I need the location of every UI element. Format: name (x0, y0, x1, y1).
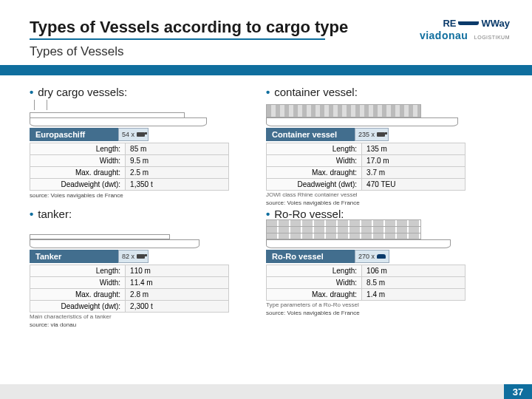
spec-val: 2.8 m (126, 289, 229, 301)
roro-count-text: 270 x (358, 253, 375, 260)
container-illustration (266, 101, 495, 126)
table-row: Deadweight (dwt):1,350 t (30, 179, 229, 191)
spec-val: 17.0 m (362, 155, 466, 167)
logistikum-logo: LOGISTIKUM (474, 35, 510, 40)
spec-val: 135 m (362, 143, 466, 155)
table-row: Length:85 m (30, 143, 229, 155)
spec-key: Max. draught: (267, 167, 362, 179)
bullet-icon: • (30, 208, 33, 220)
page-number: 37 (504, 384, 532, 399)
brand-row: viadonau LOGISTIKUM (420, 29, 510, 42)
heading-container: •container vessel: (266, 86, 495, 98)
spec-val: 11.4 m (126, 277, 229, 289)
truck-icon (137, 254, 145, 259)
dry-bar-label: Europaschiff (35, 130, 85, 139)
tanker-caption: Main characteristics of a tanker (30, 313, 259, 320)
container-count-text: 235 x (358, 131, 375, 138)
table-row: Max. draught:3.7 m (267, 167, 466, 179)
table-row: Width:8.5 m (267, 277, 466, 289)
mast-icon (47, 100, 47, 110)
container-bar: Container vessel 235 x (266, 128, 458, 141)
spec-key: Length: (267, 143, 362, 155)
truck-icon (137, 132, 145, 137)
tanker-bar: Tanker 82 x (30, 250, 222, 263)
tanker-illustration (30, 223, 259, 248)
spec-val: 470 TEU (362, 179, 466, 191)
table-row: Length:135 m (267, 143, 466, 155)
title-underline (30, 38, 325, 40)
table-row: Max. draught:2.8 m (30, 289, 229, 301)
heading-text: Ro-Ro vessel: (274, 208, 344, 220)
spec-key: Length: (267, 265, 362, 277)
spec-key: Width: (267, 277, 362, 289)
container-bar-label: Container vessel (272, 130, 337, 139)
spec-val: 85 m (126, 143, 229, 155)
roro-illustration (266, 223, 495, 248)
roro-source: source: Voies navigables de France (266, 310, 495, 316)
heading-text: tanker: (38, 208, 72, 220)
spec-val: 106 m (362, 265, 466, 277)
table-row: Length:110 m (30, 265, 229, 277)
table-row: Max. draught:2.5 m (30, 167, 229, 179)
bullet-icon: • (266, 86, 270, 98)
roro-specs-table: Length:106 m Width:8.5 m Max. draught:1.… (266, 265, 466, 301)
tanker-bar-label: Tanker (35, 252, 61, 261)
content-grid: •dry cargo vessels: Europaschiff 54 x Le… (0, 75, 532, 330)
car-icon (377, 254, 386, 259)
ship-icon (458, 21, 479, 25)
footer-bar (0, 384, 532, 399)
heading-text: dry cargo vessels: (38, 86, 127, 98)
heading-roro: •Ro-Ro vessel: (266, 208, 495, 220)
bullet-icon: • (30, 86, 33, 98)
bullet-icon: • (266, 208, 270, 220)
dry-specs-table: Length:85 m Width:9.5 m Max. draught:2.5… (30, 143, 229, 191)
rewway-logo: RE WWay (420, 18, 510, 29)
spec-key: Deadweight (dwt): (267, 179, 362, 191)
container-count-badge: 235 x (355, 128, 389, 141)
spec-val: 110 m (126, 265, 229, 277)
spec-key: Deadweight (dwt): (30, 179, 126, 191)
heading-text: container vessel: (274, 86, 358, 98)
quad-roro: •Ro-Ro vessel: Ro-Ro vessel 270 x Length… (266, 208, 502, 328)
table-row: Width:17.0 m (267, 155, 466, 167)
table-row: Deadweight (dwt):2,300 t (30, 301, 229, 313)
spec-key: Max. draught: (30, 289, 126, 301)
rewway-logo-left: RE (443, 18, 456, 29)
spec-key: Length: (30, 143, 126, 155)
spec-key: Width: (30, 277, 126, 289)
spec-val: 9.5 m (126, 155, 229, 167)
spec-key: Width: (30, 155, 126, 167)
spec-key: Max. draught: (267, 289, 362, 301)
page-subtitle: Types of Vessels (30, 44, 502, 59)
logo-block: RE WWay viadonau LOGISTIKUM (420, 18, 510, 42)
heading-tanker: •tanker: (30, 208, 259, 220)
header-rule (0, 65, 532, 75)
tanker-count-badge: 82 x (118, 250, 149, 263)
tanker-source: source: via donau (30, 321, 259, 328)
table-row: Deadweight (dwt):470 TEU (267, 179, 466, 191)
spec-val: 2,300 t (126, 301, 229, 313)
quad-tanker: •tanker: Tanker 82 x Length:110 m Width:… (30, 208, 266, 328)
heading-dry-cargo: •dry cargo vessels: (30, 86, 259, 98)
roro-count-badge: 270 x (355, 250, 389, 263)
container-source: source: Voies navigables de France (266, 200, 495, 206)
spec-key: Width: (267, 155, 362, 167)
roro-bar-label: Ro-Ro vessel (272, 252, 324, 261)
quad-container: •container vessel: Container vessel 235 … (266, 86, 502, 206)
table-row: Width:9.5 m (30, 155, 229, 167)
dry-bar: Europaschiff 54 x (30, 128, 222, 141)
tanker-count-text: 82 x (122, 253, 134, 260)
roro-bar: Ro-Ro vessel 270 x (266, 250, 458, 263)
dry-cargo-illustration (30, 101, 259, 126)
table-row: Max. draught:1.4 m (267, 289, 466, 301)
spec-key: Deadweight (dwt): (30, 301, 126, 313)
roro-caption: Type parameters of a Ro-Ro vessel (266, 301, 495, 308)
dry-source: source: Voies navigables de France (30, 192, 259, 199)
container-specs-table: Length:135 m Width:17.0 m Max. draught:3… (266, 143, 466, 191)
spec-val: 1,350 t (126, 179, 229, 191)
table-row: Length:106 m (267, 265, 466, 277)
slide-header: Types of Vessels according to cargo type… (0, 0, 532, 59)
spec-val: 1.4 m (362, 289, 466, 301)
mast-icon (34, 100, 35, 110)
spec-val: 8.5 m (362, 277, 466, 289)
